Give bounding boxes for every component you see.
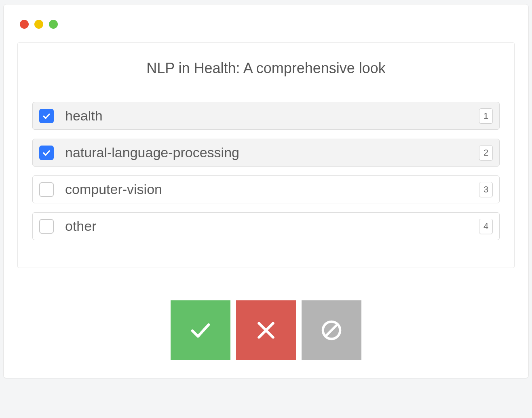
ban-icon [319, 318, 344, 342]
key-hint: 2 [479, 145, 493, 160]
option-row[interactable]: other4 [32, 212, 500, 240]
key-hint: 1 [479, 108, 493, 124]
window-traffic-lights [20, 20, 515, 29]
annotation-card: NLP in Health: A comprehensive look heal… [17, 42, 515, 268]
key-hint: 3 [479, 182, 493, 197]
check-icon [42, 148, 51, 158]
checkbox[interactable] [39, 146, 54, 160]
reject-button[interactable] [236, 300, 296, 360]
action-bar [17, 300, 515, 360]
card-title: NLP in Health: A comprehensive look [32, 60, 500, 77]
option-label: natural-language-processing [65, 145, 479, 160]
option-label: other [65, 218, 479, 234]
option-row[interactable]: health1 [32, 102, 500, 130]
skip-button[interactable] [302, 300, 361, 360]
key-hint: 4 [479, 219, 493, 234]
accept-button[interactable] [171, 300, 230, 360]
window-minimize-icon[interactable] [34, 20, 43, 29]
option-row[interactable]: computer-vision3 [32, 175, 500, 203]
window-close-icon[interactable] [20, 20, 29, 29]
option-label: health [65, 108, 479, 124]
checkbox[interactable] [39, 219, 54, 234]
checkbox[interactable] [39, 182, 54, 197]
check-icon [42, 111, 51, 121]
check-icon [188, 318, 213, 342]
options-list: health1natural-language-processing2compu… [32, 102, 500, 240]
option-row[interactable]: natural-language-processing2 [32, 139, 500, 167]
checkbox[interactable] [39, 109, 54, 123]
window-zoom-icon[interactable] [49, 20, 58, 29]
app-window: NLP in Health: A comprehensive look heal… [3, 4, 529, 378]
option-label: computer-vision [65, 182, 479, 197]
x-icon [254, 318, 278, 342]
